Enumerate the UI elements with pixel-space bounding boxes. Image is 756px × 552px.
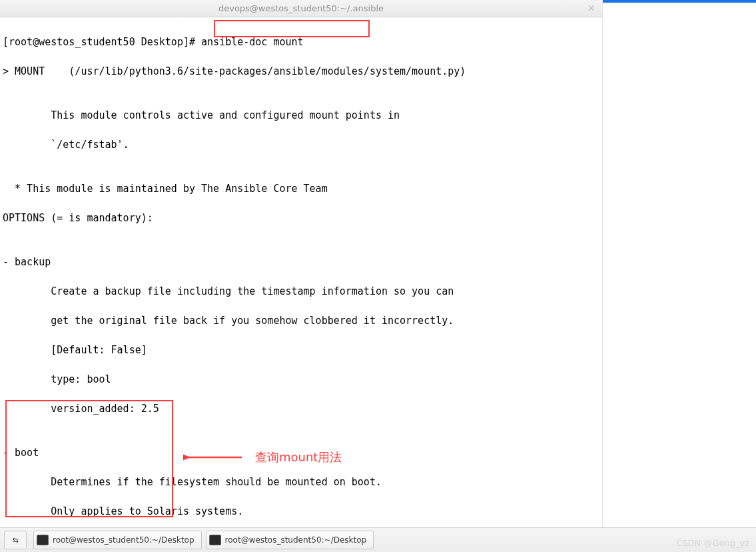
output-line: type: bool [3, 372, 602, 387]
taskbar-item[interactable]: root@westos_student50:~/Desktop [206, 531, 374, 549]
output-line: version_added: 2.5 [3, 401, 602, 416]
output-line: Determines if the filesystem should be m… [3, 475, 602, 489]
output-line: Create a backup file including the times… [3, 284, 602, 299]
output-line: > MOUNT (/usr/lib/python3.6/site-package… [3, 64, 602, 79]
output-line: - boot [3, 445, 602, 460]
output-line: Only applies to Solaris systems. [3, 504, 602, 519]
close-icon[interactable]: × [587, 2, 595, 14]
output-line: This module controls active and configur… [3, 108, 602, 123]
taskbar-item-label: root@westos_student50:~/Desktop [225, 535, 367, 545]
output-line: `/etc/fstab'. [3, 137, 602, 152]
window-title: devops@westos_student50:~/.ansible [218, 3, 384, 13]
terminal-window: devops@westos_student50:~/.ansible × [ro… [0, 0, 603, 552]
output-line: OPTIONS (= is mandatory): [3, 211, 602, 225]
output-line: [Default: False] [3, 343, 602, 357]
terminal-content[interactable]: [root@westos_student50 Desktop]# ansible… [0, 17, 602, 552]
titlebar[interactable]: devops@westos_student50:~/.ansible × [0, 0, 602, 17]
output-line: get the original file back if you someho… [3, 313, 602, 328]
terminal-icon [37, 535, 49, 545]
right-panel [603, 0, 756, 523]
taskbar-sys-button[interactable]: ⇆ [4, 531, 27, 549]
show-desktop-icon: ⇆ [12, 536, 18, 545]
terminal-icon [209, 535, 221, 545]
output-line: * This module is maintained by The Ansib… [3, 181, 602, 196]
watermark-text: CSDN @Gong_yz [676, 538, 749, 548]
taskbar: ⇆ root@westos_student50:~/Desktop root@w… [0, 527, 756, 552]
taskbar-item-label: root@westos_student50:~/Desktop [53, 535, 194, 545]
prompt-text: [root@westos_student50 Desktop]# [3, 36, 201, 48]
taskbar-item[interactable]: root@westos_student50:~/Desktop [33, 531, 202, 549]
output-line: - backup [3, 255, 602, 269]
command-text: ansible-doc mount [201, 36, 304, 48]
